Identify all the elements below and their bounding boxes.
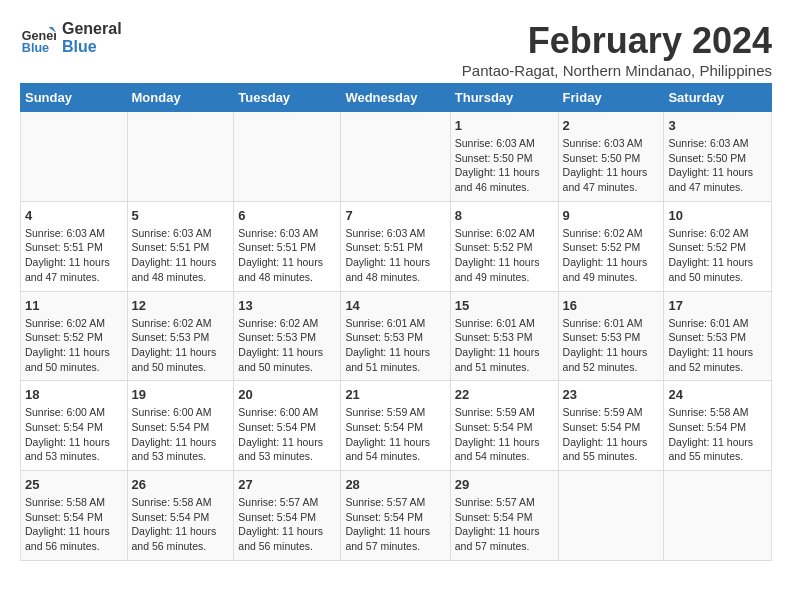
day-info: Sunrise: 5:57 AM Sunset: 5:54 PM Dayligh… — [238, 495, 336, 554]
calendar-cell: 6Sunrise: 6:03 AM Sunset: 5:51 PM Daylig… — [234, 201, 341, 291]
day-info: Sunrise: 6:00 AM Sunset: 5:54 PM Dayligh… — [238, 405, 336, 464]
day-info: Sunrise: 5:59 AM Sunset: 5:54 PM Dayligh… — [345, 405, 445, 464]
day-info: Sunrise: 5:57 AM Sunset: 5:54 PM Dayligh… — [345, 495, 445, 554]
day-number: 2 — [563, 118, 660, 133]
calendar-cell: 9Sunrise: 6:02 AM Sunset: 5:52 PM Daylig… — [558, 201, 664, 291]
calendar-cell: 29Sunrise: 5:57 AM Sunset: 5:54 PM Dayli… — [450, 471, 558, 561]
day-number: 5 — [132, 208, 230, 223]
day-info: Sunrise: 6:02 AM Sunset: 5:53 PM Dayligh… — [132, 316, 230, 375]
calendar-cell: 11Sunrise: 6:02 AM Sunset: 5:52 PM Dayli… — [21, 291, 128, 381]
calendar-cell: 4Sunrise: 6:03 AM Sunset: 5:51 PM Daylig… — [21, 201, 128, 291]
logo-line2: Blue — [62, 38, 122, 56]
calendar-cell: 18Sunrise: 6:00 AM Sunset: 5:54 PM Dayli… — [21, 381, 128, 471]
calendar-cell: 8Sunrise: 6:02 AM Sunset: 5:52 PM Daylig… — [450, 201, 558, 291]
calendar-cell: 26Sunrise: 5:58 AM Sunset: 5:54 PM Dayli… — [127, 471, 234, 561]
day-info: Sunrise: 6:03 AM Sunset: 5:50 PM Dayligh… — [563, 136, 660, 195]
day-number: 12 — [132, 298, 230, 313]
calendar-cell — [234, 112, 341, 202]
day-info: Sunrise: 5:59 AM Sunset: 5:54 PM Dayligh… — [563, 405, 660, 464]
svg-text:Blue: Blue — [22, 41, 49, 55]
day-number: 24 — [668, 387, 767, 402]
weekday-header: Tuesday — [234, 84, 341, 112]
calendar-cell: 17Sunrise: 6:01 AM Sunset: 5:53 PM Dayli… — [664, 291, 772, 381]
day-info: Sunrise: 5:58 AM Sunset: 5:54 PM Dayligh… — [25, 495, 123, 554]
day-number: 4 — [25, 208, 123, 223]
calendar-cell: 14Sunrise: 6:01 AM Sunset: 5:53 PM Dayli… — [341, 291, 450, 381]
day-info: Sunrise: 5:58 AM Sunset: 5:54 PM Dayligh… — [668, 405, 767, 464]
day-number: 18 — [25, 387, 123, 402]
day-number: 8 — [455, 208, 554, 223]
calendar-cell: 21Sunrise: 5:59 AM Sunset: 5:54 PM Dayli… — [341, 381, 450, 471]
calendar-cell: 28Sunrise: 5:57 AM Sunset: 5:54 PM Dayli… — [341, 471, 450, 561]
day-number: 15 — [455, 298, 554, 313]
day-number: 28 — [345, 477, 445, 492]
day-number: 7 — [345, 208, 445, 223]
calendar-cell — [664, 471, 772, 561]
calendar-week-row: 25Sunrise: 5:58 AM Sunset: 5:54 PM Dayli… — [21, 471, 772, 561]
title-block: February 2024 Pantao-Ragat, Northern Min… — [462, 20, 772, 79]
day-number: 25 — [25, 477, 123, 492]
day-number: 20 — [238, 387, 336, 402]
weekday-header: Sunday — [21, 84, 128, 112]
calendar-cell: 24Sunrise: 5:58 AM Sunset: 5:54 PM Dayli… — [664, 381, 772, 471]
calendar-cell: 27Sunrise: 5:57 AM Sunset: 5:54 PM Dayli… — [234, 471, 341, 561]
calendar-week-row: 4Sunrise: 6:03 AM Sunset: 5:51 PM Daylig… — [21, 201, 772, 291]
day-info: Sunrise: 6:02 AM Sunset: 5:53 PM Dayligh… — [238, 316, 336, 375]
day-info: Sunrise: 6:03 AM Sunset: 5:51 PM Dayligh… — [25, 226, 123, 285]
calendar-cell: 12Sunrise: 6:02 AM Sunset: 5:53 PM Dayli… — [127, 291, 234, 381]
day-number: 27 — [238, 477, 336, 492]
calendar-cell: 25Sunrise: 5:58 AM Sunset: 5:54 PM Dayli… — [21, 471, 128, 561]
weekday-header: Thursday — [450, 84, 558, 112]
day-info: Sunrise: 6:00 AM Sunset: 5:54 PM Dayligh… — [25, 405, 123, 464]
day-number: 3 — [668, 118, 767, 133]
day-info: Sunrise: 6:03 AM Sunset: 5:50 PM Dayligh… — [668, 136, 767, 195]
calendar-week-row: 1Sunrise: 6:03 AM Sunset: 5:50 PM Daylig… — [21, 112, 772, 202]
calendar-cell: 7Sunrise: 6:03 AM Sunset: 5:51 PM Daylig… — [341, 201, 450, 291]
day-number: 29 — [455, 477, 554, 492]
calendar-table: SundayMondayTuesdayWednesdayThursdayFrid… — [20, 83, 772, 561]
day-number: 14 — [345, 298, 445, 313]
day-info: Sunrise: 5:58 AM Sunset: 5:54 PM Dayligh… — [132, 495, 230, 554]
day-info: Sunrise: 5:57 AM Sunset: 5:54 PM Dayligh… — [455, 495, 554, 554]
day-info: Sunrise: 5:59 AM Sunset: 5:54 PM Dayligh… — [455, 405, 554, 464]
calendar-cell — [127, 112, 234, 202]
calendar-cell — [21, 112, 128, 202]
calendar-cell: 1Sunrise: 6:03 AM Sunset: 5:50 PM Daylig… — [450, 112, 558, 202]
logo-icon: General Blue — [20, 20, 56, 56]
day-info: Sunrise: 6:03 AM Sunset: 5:50 PM Dayligh… — [455, 136, 554, 195]
calendar-week-row: 18Sunrise: 6:00 AM Sunset: 5:54 PM Dayli… — [21, 381, 772, 471]
day-number: 6 — [238, 208, 336, 223]
calendar-cell: 15Sunrise: 6:01 AM Sunset: 5:53 PM Dayli… — [450, 291, 558, 381]
day-info: Sunrise: 6:03 AM Sunset: 5:51 PM Dayligh… — [132, 226, 230, 285]
calendar-cell: 10Sunrise: 6:02 AM Sunset: 5:52 PM Dayli… — [664, 201, 772, 291]
day-info: Sunrise: 6:02 AM Sunset: 5:52 PM Dayligh… — [668, 226, 767, 285]
calendar-cell: 23Sunrise: 5:59 AM Sunset: 5:54 PM Dayli… — [558, 381, 664, 471]
calendar-cell — [341, 112, 450, 202]
calendar-cell: 5Sunrise: 6:03 AM Sunset: 5:51 PM Daylig… — [127, 201, 234, 291]
day-number: 16 — [563, 298, 660, 313]
calendar-cell: 16Sunrise: 6:01 AM Sunset: 5:53 PM Dayli… — [558, 291, 664, 381]
day-number: 13 — [238, 298, 336, 313]
day-info: Sunrise: 6:01 AM Sunset: 5:53 PM Dayligh… — [668, 316, 767, 375]
day-info: Sunrise: 6:00 AM Sunset: 5:54 PM Dayligh… — [132, 405, 230, 464]
day-number: 26 — [132, 477, 230, 492]
weekday-header: Friday — [558, 84, 664, 112]
day-number: 1 — [455, 118, 554, 133]
day-number: 19 — [132, 387, 230, 402]
calendar-cell: 2Sunrise: 6:03 AM Sunset: 5:50 PM Daylig… — [558, 112, 664, 202]
day-number: 17 — [668, 298, 767, 313]
weekday-header: Wednesday — [341, 84, 450, 112]
day-info: Sunrise: 6:01 AM Sunset: 5:53 PM Dayligh… — [455, 316, 554, 375]
day-number: 23 — [563, 387, 660, 402]
day-info: Sunrise: 6:01 AM Sunset: 5:53 PM Dayligh… — [345, 316, 445, 375]
location-subtitle: Pantao-Ragat, Northern Mindanao, Philipp… — [462, 62, 772, 79]
calendar-cell: 13Sunrise: 6:02 AM Sunset: 5:53 PM Dayli… — [234, 291, 341, 381]
day-info: Sunrise: 6:02 AM Sunset: 5:52 PM Dayligh… — [563, 226, 660, 285]
day-info: Sunrise: 6:02 AM Sunset: 5:52 PM Dayligh… — [25, 316, 123, 375]
page-header: General Blue General Blue February 2024 … — [20, 20, 772, 79]
calendar-cell: 20Sunrise: 6:00 AM Sunset: 5:54 PM Dayli… — [234, 381, 341, 471]
calendar-cell: 3Sunrise: 6:03 AM Sunset: 5:50 PM Daylig… — [664, 112, 772, 202]
day-number: 21 — [345, 387, 445, 402]
day-number: 10 — [668, 208, 767, 223]
day-info: Sunrise: 6:01 AM Sunset: 5:53 PM Dayligh… — [563, 316, 660, 375]
